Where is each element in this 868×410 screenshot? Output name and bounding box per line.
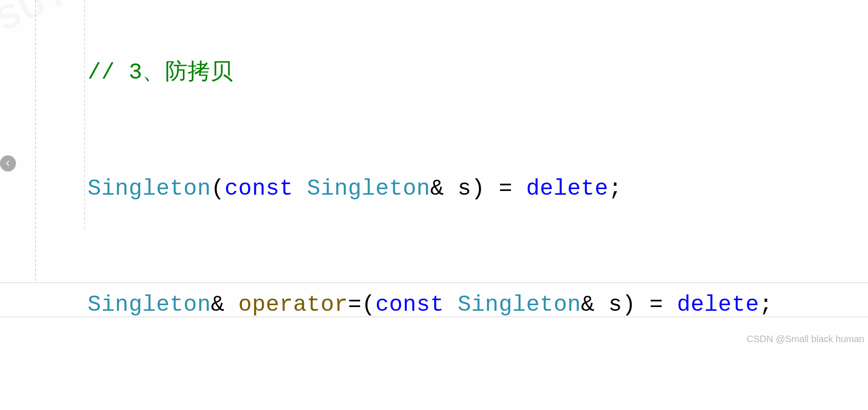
- code-line: Singleton(const Singleton& s) = delete;: [33, 174, 773, 203]
- horizontal-rule: [0, 316, 868, 317]
- code-line: Singleton& operator=(const Singleton& s)…: [33, 290, 773, 319]
- code-block[interactable]: // 3、防拷贝 Singleton(const Singleton& s) =…: [33, 0, 773, 410]
- code-line: // 3、防拷贝: [33, 58, 773, 87]
- blank-line: [33, 406, 773, 410]
- chevron-left-icon: [5, 160, 11, 167]
- code-editor[interactable]: SUY // 3、防拷贝 Singleton(const Singleton& …: [0, 0, 868, 410]
- comment-text: // 3、防拷贝: [87, 60, 233, 85]
- horizontal-rule: [0, 282, 868, 283]
- prev-arrow-button[interactable]: [0, 155, 16, 171]
